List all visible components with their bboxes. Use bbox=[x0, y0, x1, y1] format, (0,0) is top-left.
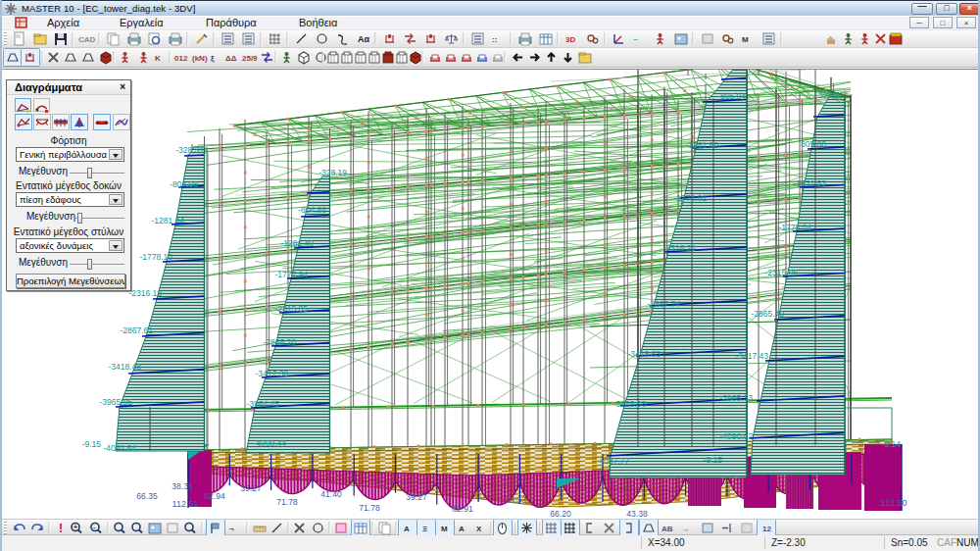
svg-text:-9.15: -9.15 bbox=[704, 455, 723, 465]
svg-text:-1778.01: -1778.01 bbox=[673, 193, 707, 203]
svg-text:-3965.95: -3965.95 bbox=[99, 397, 132, 407]
svg-text:-1778.10: -1778.10 bbox=[139, 252, 172, 262]
svg-text:-805.04: -805.04 bbox=[717, 91, 746, 101]
svg-text:Ξ: Ξ bbox=[422, 525, 427, 533]
svg-text:62.94: 62.94 bbox=[204, 491, 225, 501]
svg-text:(kN): (kN) bbox=[192, 54, 208, 63]
svg-text:39.27: 39.27 bbox=[406, 492, 427, 502]
svg-text:66.35: 66.35 bbox=[136, 491, 158, 501]
svg-text:-3966.08: -3966.08 bbox=[612, 399, 646, 409]
svg-text:-4090.44: -4090.44 bbox=[253, 438, 286, 448]
svg-text:K: K bbox=[155, 54, 161, 63]
svg-text:3D: 3D bbox=[565, 35, 575, 44]
svg-text:41.40: 41.40 bbox=[320, 489, 342, 499]
svg-text:66.20: 66.20 bbox=[550, 509, 571, 519]
svg-text:-1777.94: -1777.94 bbox=[274, 270, 308, 279]
svg-text:-2316.21: -2316.21 bbox=[662, 243, 696, 253]
svg-text:012: 012 bbox=[174, 54, 188, 63]
svg-text:-2315.96: -2315.96 bbox=[764, 268, 798, 277]
svg-text:ΔΔ: ΔΔ bbox=[225, 54, 237, 63]
svg-text:M: M bbox=[742, 35, 749, 44]
svg-text:-2865.40: -2865.40 bbox=[751, 309, 784, 319]
svg-text:-1231.53: -1231.53 bbox=[793, 178, 826, 188]
svg-text:→: → bbox=[681, 525, 689, 533]
svg-text:-3965.33: -3965.33 bbox=[719, 393, 753, 403]
svg-text:112.51: 112.51 bbox=[172, 499, 199, 509]
svg-text:805.00: 805.00 bbox=[801, 139, 826, 149]
svg-text:-1281.40: -1281.40 bbox=[280, 238, 314, 248]
svg-text:-1778.04: -1778.04 bbox=[778, 223, 811, 232]
svg-text:-804.88: -804.88 bbox=[298, 205, 326, 215]
svg-text:-3964.45: -3964.45 bbox=[246, 399, 279, 409]
svg-text:12: 12 bbox=[762, 525, 771, 533]
svg-text:+: + bbox=[74, 524, 77, 530]
svg-text:-328.31: -328.31 bbox=[175, 145, 204, 155]
svg-text:-328.19: -328.19 bbox=[318, 168, 347, 177]
svg-text:A: A bbox=[459, 525, 465, 533]
svg-text:~: ~ bbox=[633, 35, 638, 44]
svg-text:-804.98: -804.98 bbox=[170, 179, 198, 189]
svg-text:38.36: 38.36 bbox=[172, 481, 193, 491]
svg-text:38.33: 38.33 bbox=[505, 495, 526, 505]
svg-text:Aα: Aα bbox=[358, 34, 369, 44]
svg-text:-3417.43: -3417.43 bbox=[735, 351, 768, 361]
svg-text:ξ: ξ bbox=[211, 54, 215, 63]
svg-text:-4091.64: -4091.64 bbox=[103, 443, 136, 453]
svg-text:-9.15: -9.15 bbox=[82, 439, 102, 449]
svg-text:-1281.80: -1281.80 bbox=[685, 140, 718, 150]
svg-text:-2315.85: -2315.85 bbox=[274, 304, 308, 314]
svg-text:¬: ¬ bbox=[229, 525, 234, 533]
svg-text:-3418.48: -3418.48 bbox=[108, 362, 141, 372]
svg-text:CAD: CAD bbox=[78, 35, 96, 44]
svg-text:-4090.02: -4090.02 bbox=[719, 431, 753, 441]
svg-text:62.91: 62.91 bbox=[452, 504, 473, 514]
svg-text:A: A bbox=[404, 525, 410, 533]
svg-text:43.38: 43.38 bbox=[626, 509, 648, 519]
svg-text:-1281.44: -1281.44 bbox=[151, 216, 184, 225]
svg-text:AB: AB bbox=[662, 525, 673, 533]
svg-text:39.27: 39.27 bbox=[240, 483, 262, 493]
svg-text:-3417.36: -3417.36 bbox=[255, 369, 288, 378]
svg-text:-3418.63: -3418.63 bbox=[627, 349, 661, 359]
svg-text:25/9: 25/9 bbox=[242, 54, 258, 63]
svg-text:-2316.13: -2316.13 bbox=[128, 288, 162, 298]
svg-text:!: ! bbox=[59, 522, 63, 535]
svg-text:112.50: 112.50 bbox=[881, 498, 907, 508]
svg-text:-328.22: -328.22 bbox=[815, 90, 844, 100]
svg-text:-2866.20: -2866.20 bbox=[263, 337, 296, 347]
svg-text:M: M bbox=[441, 525, 448, 533]
svg-text:-2867.74: -2867.74 bbox=[647, 299, 680, 309]
svg-text:::: :: bbox=[492, 35, 497, 44]
svg-text:71.78: 71.78 bbox=[359, 503, 380, 513]
svg-text:71.78: 71.78 bbox=[276, 497, 298, 507]
svg-text:-: - bbox=[93, 524, 96, 530]
svg-text:-9.14: -9.14 bbox=[882, 439, 902, 449]
svg-text:-4087.77: -4087.77 bbox=[596, 456, 629, 466]
svg-text:-2867.61: -2867.61 bbox=[120, 326, 153, 335]
svg-text:X: X bbox=[476, 525, 482, 533]
